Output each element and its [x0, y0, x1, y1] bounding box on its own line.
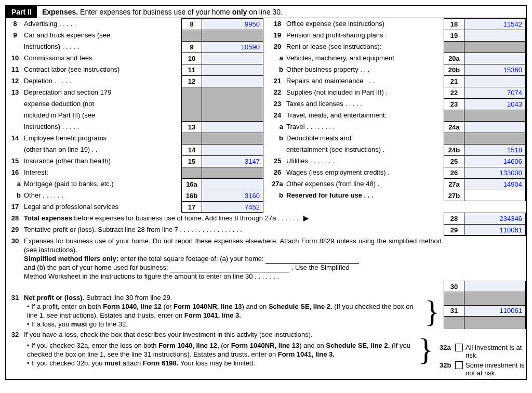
line-23: 23 Taxes and licenses . . . . . 23 2043: [269, 98, 526, 110]
value-20a[interactable]: [464, 53, 526, 64]
line-20: 20 Rent or lease (see instructions):: [269, 41, 526, 53]
value-18[interactable]: 11542: [464, 18, 526, 30]
value-28[interactable]: 234346: [464, 213, 526, 224]
line-21: 21 Repairs and maintenance . . . 21: [269, 75, 526, 87]
checkbox-32a[interactable]: [455, 344, 463, 351]
arrow-icon: ▶: [300, 214, 312, 222]
value-27b: [464, 190, 526, 201]
value-25[interactable]: 14606: [464, 155, 526, 167]
line-14-b: (other than on line 19) . . 14: [6, 144, 263, 155]
value-27a[interactable]: 14904: [464, 178, 526, 190]
line-26: 26 Wages (less employment credits) . 26 …: [269, 167, 526, 178]
brace-icon: }: [422, 297, 442, 326]
part-title: Expenses. Enter expenses for business us…: [37, 8, 283, 16]
value-17[interactable]: 7452: [202, 201, 263, 213]
line-9-b: instructions) . . . . . 9 10590: [6, 41, 263, 53]
line-24b-b: entertainment (see instructions) . 24b 1…: [269, 144, 526, 155]
line-30: 30 Expenses for business use of your hom…: [6, 235, 526, 281]
line-9-a: 9 Car and truck expenses (see: [6, 30, 263, 41]
value-26[interactable]: 133000: [464, 167, 526, 178]
value-24b[interactable]: 1518: [464, 144, 526, 155]
line-13-d: instructions) . . . . . 13: [6, 121, 263, 133]
value-23[interactable]: 2043: [464, 98, 526, 110]
part-header: Part II Expenses. Enter expenses for bus…: [6, 6, 526, 18]
line-11: 11 Contract labor (see instructions) 11: [6, 64, 263, 75]
value-12[interactable]: [202, 75, 263, 87]
line-29: 29 Tentative profit or (loss). Subtract …: [6, 224, 526, 235]
business-sqft-input[interactable]: [170, 265, 289, 272]
line-13-c: included in Part III) (see: [6, 110, 263, 121]
line-24b-a: b Deductible meals and: [269, 133, 526, 144]
right-column: 18 Office expense (see instructions) 18 …: [269, 18, 526, 213]
line-20a: a Vehicles, machinery, and equipment 20a: [269, 53, 526, 64]
line-30-box: 30: [6, 281, 526, 292]
value-20b[interactable]: 15360: [464, 64, 526, 75]
brace-icon: }: [416, 335, 435, 364]
line-18: 18 Office expense (see instructions) 18 …: [269, 18, 526, 30]
line-15: 15 Insurance (other than health) 15 3147: [6, 155, 263, 167]
checkbox-32b[interactable]: [455, 361, 463, 369]
line-14-a: 14 Employee benefit programs: [6, 133, 263, 144]
line-10: 10 Commissions and fees . 10: [6, 53, 263, 64]
line-27b: b Reserved for future use . . . 27b: [269, 190, 526, 201]
value-8[interactable]: 9950: [202, 18, 263, 30]
value-15[interactable]: 3147: [202, 155, 263, 167]
form-schedule-c-part2: Part II Expenses. Enter expenses for bus…: [5, 5, 527, 380]
line-27a: 27a Other expenses (from line 48) . 27a …: [269, 178, 526, 190]
line-13-b: expense deduction (not: [6, 98, 263, 110]
value-13[interactable]: [202, 121, 263, 133]
line-22: 22 Supplies (not included in Part III) .…: [269, 87, 526, 98]
value-31[interactable]: 110061: [464, 305, 526, 317]
line-24: 24 Travel, meals, and entertainment:: [269, 110, 526, 121]
line-8: 8 Advertising . . . . . 8 9950: [6, 18, 263, 30]
value-9[interactable]: 10590: [202, 41, 263, 53]
line-32: 32 If you have a loss, check the box tha…: [6, 329, 526, 379]
value-24a[interactable]: [464, 121, 526, 133]
line-20b: b Other business property . . . 20b 1536…: [269, 64, 526, 75]
value-16b[interactable]: 3160: [202, 190, 263, 201]
line-17: 17 Legal and professional services 17 74…: [6, 201, 263, 213]
home-sqft-input[interactable]: [265, 256, 359, 264]
value-16a[interactable]: [202, 178, 263, 190]
line-16b: b Other . . . . . . 16b 3160: [6, 190, 263, 201]
value-14[interactable]: [202, 144, 263, 155]
value-11[interactable]: [202, 64, 263, 75]
expense-columns: 8 Advertising . . . . . 8 9950 9 Car and…: [6, 18, 526, 213]
line-24a: a Travel . . . . . . . . 24a: [269, 121, 526, 133]
line-19: 19 Pension and profit-sharing plans . 19: [269, 30, 526, 41]
line-31: 31 Net profit or (loss). Subtract line 3…: [6, 292, 526, 329]
part-badge: Part II: [6, 6, 37, 18]
value-22[interactable]: 7074: [464, 87, 526, 98]
value-29[interactable]: 110061: [464, 224, 526, 235]
summary-rows: 28 Total expenses before expenses for bu…: [6, 213, 526, 379]
line-32-checkboxes: 32a All investment is at risk. 32b Some …: [437, 329, 526, 377]
line-13-a: 13 Depreciation and section 179: [6, 87, 263, 98]
value-19[interactable]: [464, 30, 526, 41]
value-10[interactable]: [202, 53, 263, 64]
left-column: 8 Advertising . . . . . 8 9950 9 Car and…: [6, 18, 263, 213]
line-16a: a Mortgage (paid to banks, etc.) 16a: [6, 178, 263, 190]
line-12: 12 Depletion . . . . . 12: [6, 75, 263, 87]
value-30[interactable]: [464, 281, 526, 292]
line-28: 28 Total expenses before expenses for bu…: [6, 213, 526, 224]
value-21[interactable]: [464, 75, 526, 87]
line-16: 16 Interest:: [6, 167, 263, 178]
line-25: 25 Utilities . . . . . . . 25 14606: [269, 155, 526, 167]
